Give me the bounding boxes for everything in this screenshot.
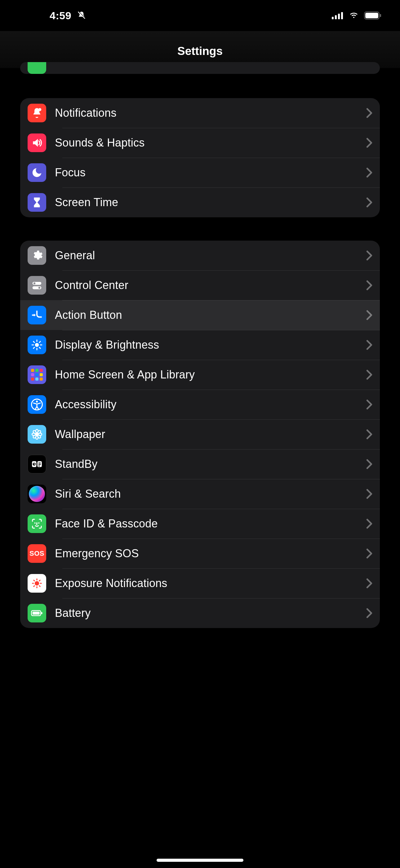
chevron-right-icon: [366, 197, 372, 208]
settings-row-wallpaper[interactable]: Wallpaper: [20, 420, 380, 449]
moon-icon: [28, 163, 46, 182]
settings-row-peek[interactable]: [20, 62, 380, 74]
row-label: Notifications: [55, 106, 364, 120]
chevron-right-icon: [366, 608, 372, 618]
settings-row-home-screen[interactable]: Home Screen & App Library: [20, 360, 380, 390]
battery-status-icon: [364, 11, 381, 20]
row-label: StandBy: [55, 458, 364, 471]
svg-point-30: [35, 581, 39, 586]
chevron-right-icon: [366, 137, 372, 148]
sun-icon: [28, 336, 46, 354]
row-label: Screen Time: [55, 196, 364, 209]
settings-row-action-button[interactable]: Action Button: [20, 300, 380, 330]
chevron-right-icon: [366, 108, 372, 118]
sos-text: SOS: [29, 550, 44, 558]
settings-row-faceid[interactable]: Face ID & Passcode: [20, 509, 380, 538]
settings-row-focus[interactable]: Focus: [20, 158, 380, 187]
svg-rect-27: [38, 463, 41, 463]
svg-point-9: [33, 282, 35, 284]
chevron-right-icon: [366, 399, 372, 410]
settings-group-peek: [20, 62, 380, 74]
action-button-icon: [28, 306, 46, 324]
speaker-icon: [28, 133, 46, 152]
chevron-right-icon: [366, 310, 372, 320]
page-title-text: Settings: [177, 45, 223, 58]
svg-rect-6: [380, 14, 381, 17]
settings-row-exposure[interactable]: Exposure Notifications: [20, 568, 380, 598]
settings-row-notifications[interactable]: Notifications: [20, 98, 380, 128]
settings-row-screentime[interactable]: Screen Time: [20, 187, 380, 217]
chevron-right-icon: [366, 250, 372, 261]
sos-icon: SOS: [28, 544, 46, 563]
status-left: 4:59: [19, 10, 86, 22]
row-label: Emergency SOS: [55, 547, 364, 560]
svg-rect-3: [341, 12, 343, 19]
status-time: 4:59: [49, 10, 71, 22]
svg-rect-29: [38, 466, 40, 466]
svg-point-7: [38, 108, 41, 111]
chevron-right-icon: [366, 489, 372, 499]
accessibility-icon: [28, 395, 46, 414]
row-label: Action Button: [55, 309, 364, 321]
settings-group-alerts: Notifications Sounds & Haptics Focus: [20, 98, 380, 217]
battery-icon: [28, 604, 46, 622]
row-label: Display & Brightness: [55, 338, 364, 351]
row-label: Accessibility: [55, 398, 364, 411]
status-right: [332, 11, 381, 20]
row-label: Face ID & Passcode: [55, 517, 364, 530]
row-label: Exposure Notifications: [55, 577, 364, 590]
svg-rect-5: [365, 13, 378, 18]
row-label: Battery: [55, 607, 364, 620]
chevron-right-icon: [366, 369, 372, 380]
chevron-right-icon: [366, 519, 372, 529]
row-label: Wallpaper: [55, 428, 364, 441]
row-label: Control Center: [55, 279, 364, 292]
svg-rect-2: [338, 14, 340, 19]
svg-rect-32: [33, 612, 40, 615]
row-label: Home Screen & App Library: [55, 368, 364, 381]
silent-bell-icon: [77, 11, 86, 20]
svg-point-12: [35, 343, 39, 347]
chevron-right-icon: [366, 280, 372, 290]
peek-icon: [28, 62, 46, 74]
toggles-icon: [28, 276, 46, 294]
status-bar: 4:59: [0, 0, 400, 31]
chevron-right-icon: [366, 167, 372, 178]
settings-row-standby[interactable]: StandBy: [20, 449, 380, 479]
chevron-right-icon: [366, 429, 372, 440]
settings-row-accessibility[interactable]: Accessibility: [20, 390, 380, 420]
settings-row-sounds[interactable]: Sounds & Haptics: [20, 128, 380, 158]
apps-grid-icon: [28, 365, 46, 384]
settings-row-sos[interactable]: SOS Emergency SOS: [20, 538, 380, 568]
settings-group-general: General Control Center Action Button: [20, 241, 380, 628]
gear-icon: [28, 246, 46, 265]
faceid-icon: [28, 515, 46, 533]
siri-icon: [28, 485, 46, 503]
svg-rect-33: [41, 612, 42, 614]
cellular-icon: [332, 12, 343, 19]
flower-icon: [28, 425, 46, 444]
row-label: General: [55, 249, 364, 262]
chevron-right-icon: [366, 578, 372, 589]
settings-row-display-brightness[interactable]: Display & Brightness: [20, 330, 380, 360]
chevron-right-icon: [366, 340, 372, 350]
standby-icon: [28, 455, 46, 473]
settings-scroll[interactable]: Notifications Sounds & Haptics Focus: [0, 68, 400, 868]
wifi-icon: [348, 12, 359, 19]
settings-row-general[interactable]: General: [20, 241, 380, 270]
svg-rect-0: [332, 17, 334, 19]
row-label: Focus: [55, 166, 364, 179]
settings-row-siri[interactable]: Siri & Search: [20, 479, 380, 509]
svg-rect-1: [335, 15, 337, 19]
chevron-right-icon: [366, 459, 372, 469]
settings-row-control-center[interactable]: Control Center: [20, 270, 380, 300]
row-label: Sounds & Haptics: [55, 136, 364, 149]
svg-point-11: [38, 287, 40, 289]
home-indicator[interactable]: [157, 859, 243, 862]
exposure-icon: [28, 574, 46, 593]
chevron-right-icon: [366, 548, 372, 559]
settings-row-battery[interactable]: Battery: [20, 598, 380, 628]
bell-icon: [28, 104, 46, 122]
svg-rect-28: [38, 464, 41, 465]
svg-point-14: [36, 400, 38, 402]
